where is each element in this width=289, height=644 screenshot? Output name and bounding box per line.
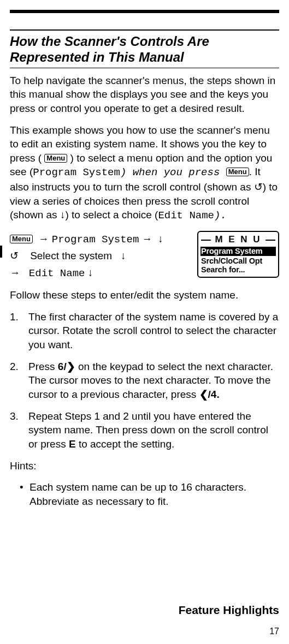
bullet-icon: • — [20, 480, 30, 508]
turn-icon: ↺ — [10, 250, 19, 261]
text: ) when you press — [120, 166, 226, 178]
nav-lines: Menu → Program System → ↓ ↺ Select the s… — [10, 231, 190, 282]
chevron-left-icon: ❮ — [199, 389, 208, 400]
footer-section-title: Feature Highlights — [179, 603, 279, 618]
arrow-icon: → — [39, 233, 49, 245]
step-number: 3. — [10, 409, 28, 451]
turn-icon: ↺ — [254, 181, 263, 193]
chevron-right-icon: ❯ — [67, 361, 75, 372]
step-body: Press 6/❯ on the keypad to select the ne… — [28, 360, 279, 402]
intro-paragraph-1: To help navigate the scanner's menus, th… — [10, 74, 279, 116]
press-icon: ↓ — [88, 267, 93, 278]
step-1: 1. The first character of the system nam… — [10, 310, 279, 352]
text: to accept the setting. — [76, 438, 175, 450]
step-3: 3. Repeat Steps 1 and 2 until you have e… — [10, 409, 279, 451]
lcd-row: Srch/CloCall Opt — [201, 257, 275, 266]
hint-item: • Each system name can be up to 16 chara… — [20, 480, 279, 508]
text: ) to select a choice ( — [65, 209, 158, 220]
edit-name-text: Edit Name — [158, 210, 214, 222]
title-underline — [10, 68, 279, 68]
text: Press — [28, 361, 58, 372]
press-icon: ↓ — [60, 209, 66, 220]
step-body: Repeat Steps 1 and 2 until you have ente… — [28, 409, 279, 451]
menu-key-icon: Menu — [44, 154, 67, 163]
press-icon: ↓ — [158, 233, 163, 245]
key-label: 6/ — [58, 361, 67, 372]
nav-text: Edit Name — [29, 267, 85, 279]
nav-line-2: ↺ Select the system ↓ — [10, 248, 190, 264]
intro-paragraph-2: This example shows you how to use the sc… — [10, 123, 279, 223]
step-2: 2. Press 6/❯ on the keypad to select the… — [10, 360, 279, 402]
step-body: The first character of the system name i… — [28, 310, 279, 352]
arrow-icon: → — [142, 233, 152, 245]
section-title: How the Scanner's Controls Are Represent… — [10, 34, 279, 65]
key-label: E — [69, 438, 76, 450]
step-number: 2. — [10, 360, 28, 402]
top-rule-thick — [10, 10, 279, 13]
nav-text: Program System — [52, 234, 139, 246]
hint-text: Each system name can be up to 16 charact… — [30, 480, 279, 508]
steps-list: 1. The first character of the system nam… — [10, 310, 279, 451]
key-label: /4. — [208, 389, 220, 400]
change-bar — [0, 246, 2, 258]
menu-key-icon: Menu — [10, 235, 33, 243]
arrow-icon: → — [10, 267, 20, 278]
menu-option-text: Program System — [33, 166, 120, 178]
top-rule-thin — [10, 29, 279, 31]
nav-text: Select the system — [30, 250, 112, 261]
follow-steps-text: Follow these steps to enter/edit the sys… — [10, 288, 279, 302]
navigation-example: Menu → Program System → ↓ ↺ Select the s… — [10, 231, 279, 282]
step-number: 1. — [10, 310, 28, 352]
lcd-row-highlighted: Program System — [200, 247, 276, 256]
hints-list: • Each system name can be up to 16 chara… — [20, 480, 279, 508]
press-icon: ↓ — [121, 250, 126, 261]
nav-line-1: Menu → Program System → ↓ — [10, 231, 190, 248]
text: ). — [214, 210, 227, 222]
menu-key-icon: Menu — [226, 168, 249, 176]
lcd-display: M E N U Program System Srch/CloCall Opt … — [197, 231, 279, 278]
lcd-row: Search for... — [201, 265, 275, 275]
lcd-title: M E N U — [201, 234, 275, 246]
hints-label: Hints: — [10, 459, 279, 473]
nav-line-3: → Edit Name ↓ — [10, 265, 190, 282]
page-number: 17 — [269, 625, 279, 637]
